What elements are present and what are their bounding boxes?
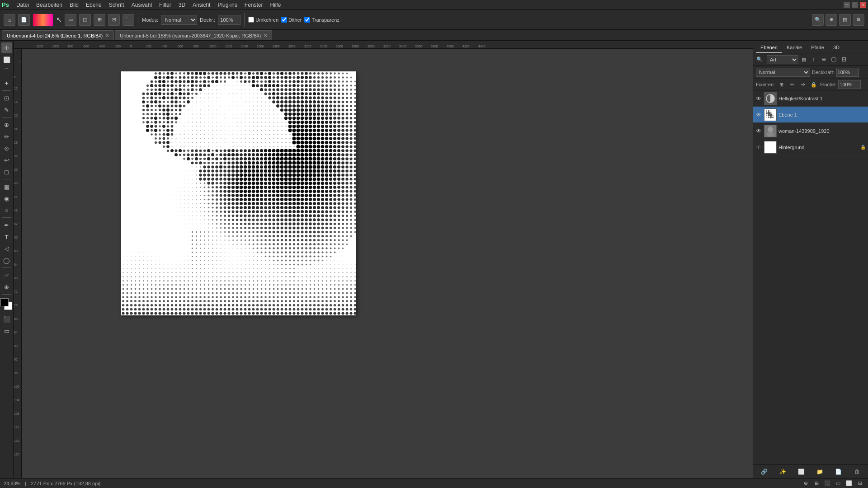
modus-select[interactable]: Normal (161, 15, 197, 25)
menu-filter[interactable]: Filter (156, 1, 175, 9)
restore-button[interactable]: □ (852, 2, 858, 8)
pen-tool[interactable]: ✒ (1, 220, 12, 230)
menu-plugins[interactable]: Plug-ins (214, 1, 241, 9)
tab-1[interactable]: Unbenannt-4 bei 24,6% (Ebene 1, RGB/8#) … (2, 30, 114, 40)
layer-item-ebene1[interactable]: 👁 (753, 107, 868, 123)
menu-datei[interactable]: Datei (13, 1, 33, 9)
layer-item-hintergrund[interactable]: 👁 Hintergrund 🔒 (753, 139, 868, 155)
dodge-tool[interactable]: ○ (1, 205, 12, 216)
menu-hilfe[interactable]: Hilfe (266, 1, 284, 9)
zoom-icon[interactable]: ⊕ (826, 14, 837, 26)
art-select[interactable]: Art (767, 55, 798, 64)
layer-eye-helligkeit[interactable]: 👁 (755, 95, 762, 102)
panel-icon[interactable]: ▤ (839, 14, 851, 26)
tab-2[interactable]: Unbenannt-5 bei 158% (woman-2003647_1920… (115, 30, 272, 40)
new-layer-btn[interactable]: 📄 (834, 467, 843, 476)
toolbar-icon-1[interactable]: ▭ (65, 14, 76, 26)
tab-pfade[interactable]: Pfade (807, 43, 829, 53)
status-icon-4[interactable]: ▭ (834, 479, 843, 488)
add-mask-btn[interactable]: ⬜ (797, 467, 806, 476)
tab-ebenen[interactable]: Ebenen (756, 43, 782, 53)
canvas-scroll-area[interactable] (22, 49, 753, 478)
tab-kanale[interactable]: Kanäle (782, 43, 807, 53)
eyedropper-tool[interactable]: ✎ (1, 104, 12, 115)
eraser-tool[interactable]: ◻ (1, 166, 12, 177)
color-swatch[interactable] (33, 14, 53, 26)
text-tool[interactable]: T (1, 231, 12, 242)
toolbar-icon-5[interactable]: ⬛ (123, 14, 134, 26)
deckr-input[interactable] (218, 15, 241, 25)
blur-tool[interactable]: ◉ (1, 193, 12, 204)
status-icon-1[interactable]: ⊕ (801, 479, 810, 488)
svg-text:2600: 2600 (336, 45, 343, 48)
magic-wand-tool[interactable]: ✦ (1, 78, 12, 89)
tab-1-close[interactable]: ✕ (105, 33, 109, 38)
search-icon[interactable]: 🔍 (812, 14, 824, 26)
toolbar-icon-2[interactable]: ◫ (79, 14, 91, 26)
lasso-tool[interactable]: ⌒ (1, 66, 12, 77)
menu-3d[interactable]: 3D (175, 1, 189, 9)
lock-position-btn[interactable]: ⊞ (777, 80, 786, 89)
layer-eye-woman[interactable]: 👁 (755, 127, 762, 135)
new-group-btn[interactable]: 📁 (816, 467, 825, 476)
link-layers-btn[interactable]: 🔗 (760, 467, 769, 476)
settings-icon[interactable]: ⚙ (853, 14, 864, 26)
document-icon[interactable]: 📄 (18, 14, 30, 26)
fg-swatch[interactable] (0, 298, 9, 306)
status-icon-2[interactable]: ⊞ (812, 479, 821, 488)
path-select-tool[interactable]: ◁ (1, 243, 12, 254)
home-icon[interactable]: ⌂ (4, 14, 15, 26)
minimize-button[interactable]: ─ (844, 2, 850, 8)
menu-auswahl[interactable]: Auswahl (128, 1, 156, 9)
menu-bild[interactable]: Bild (66, 1, 82, 9)
tab-3d[interactable]: 3D (829, 43, 844, 53)
status-icon-5[interactable]: ⬜ (844, 479, 854, 488)
layer-kind-smart[interactable]: 🎞 (839, 55, 848, 64)
fullen-input[interactable] (838, 80, 861, 89)
menu-schrift[interactable]: Schrift (105, 1, 128, 9)
layer-kind-shape[interactable]: ◯ (829, 55, 838, 64)
crop-tool[interactable]: ⊡ (1, 93, 12, 103)
close-button[interactable]: ✕ (860, 2, 866, 8)
deckraft-input[interactable] (836, 68, 859, 77)
layer-kind-text[interactable]: T (809, 55, 818, 64)
delete-layer-btn[interactable]: 🗑 (853, 467, 862, 476)
lock-move-btn[interactable]: ✢ (798, 80, 807, 89)
healing-tool[interactable]: ⊕ (1, 119, 12, 130)
move-tool[interactable]: ✢ (1, 42, 12, 53)
layer-kind-adjust[interactable]: ⊕ (819, 55, 828, 64)
select-rect-tool[interactable]: ⬜ (1, 54, 12, 65)
history-tool[interactable]: ↩ (1, 155, 12, 165)
zoom-tool[interactable]: ⊕ (1, 282, 12, 292)
toolbar-icon-4[interactable]: ⊟ (108, 14, 120, 26)
tab-2-close[interactable]: ✕ (264, 33, 267, 38)
search-layers-icon[interactable]: 🔍 (755, 55, 764, 64)
lock-all-btn[interactable]: 🔒 (809, 80, 818, 89)
quick-mask-btn[interactable]: ⬛ (1, 314, 12, 324)
status-icon-6[interactable]: ⊟ (855, 479, 864, 488)
transparenz-checkbox[interactable]: Transparenz (304, 17, 339, 23)
layer-kind-normal[interactable]: ▤ (799, 55, 808, 64)
menu-ebene[interactable]: Ebene (82, 1, 105, 9)
shape-tool[interactable]: ◯ (1, 255, 12, 266)
gradient-tool[interactable]: ▦ (1, 181, 12, 192)
hand-tool[interactable]: ☞ (1, 270, 12, 281)
toolbar-icon-3[interactable]: ⊞ (94, 14, 105, 26)
screen-mode-btn[interactable]: ▭ (1, 325, 12, 336)
menu-bearbeiten[interactable]: Bearbeiten (33, 1, 66, 9)
brush-tool[interactable]: ✏ (1, 131, 12, 142)
svg-text:16: 16 (14, 100, 18, 103)
menu-fenster[interactable]: Fenster (241, 1, 267, 9)
dither-checkbox[interactable]: Dither (281, 17, 302, 23)
menu-ansicht[interactable]: Ansicht (189, 1, 214, 9)
layer-item-helligkeit[interactable]: 👁 Helligkeit/Kontrast 1 (753, 90, 868, 107)
add-style-btn[interactable]: ✨ (778, 467, 788, 476)
umkehren-checkbox[interactable]: Umkehren (248, 17, 278, 23)
lock-draw-btn[interactable]: ✏ (788, 80, 797, 89)
layer-mode-select[interactable]: Normal (756, 68, 810, 77)
document-canvas[interactable] (121, 71, 356, 315)
status-icon-3[interactable]: ⬛ (823, 479, 832, 488)
layer-eye-ebene1[interactable]: 👁 (755, 111, 762, 118)
layer-item-woman[interactable]: 👁 woman-1439909_1920 (753, 123, 868, 139)
clone-tool[interactable]: ⊙ (1, 143, 12, 154)
